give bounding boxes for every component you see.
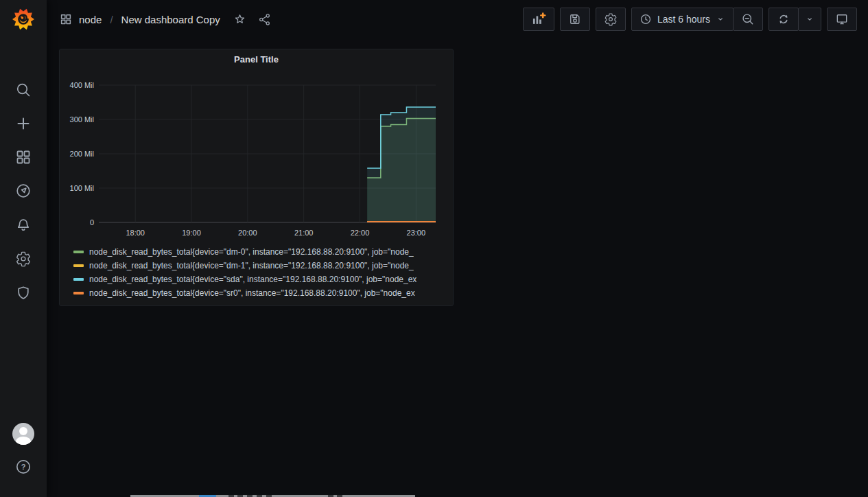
refresh-button[interactable] [769, 8, 799, 31]
timeseries-plot[interactable]: 0100 Mil200 Mil300 Mil400 Mil18:0019:002… [60, 69, 453, 240]
star-icon [233, 13, 246, 26]
configuration-gear-icon [15, 251, 32, 267]
help-question-icon: ? [15, 459, 32, 475]
main-content: node / New dashboard Copy [47, 0, 868, 497]
dashboard-settings-button[interactable] [596, 8, 626, 31]
x-tick-label: 20:00 [238, 229, 257, 237]
save-dashboard-button[interactable] [560, 8, 590, 31]
cycle-view-icon [835, 12, 849, 26]
panel-title: Panel Title [234, 54, 279, 65]
zoom-out-icon [741, 12, 755, 26]
dashboards-grid-icon [15, 149, 32, 165]
sidebar-item-profile[interactable] [0, 419, 47, 449]
sidebar-item-create[interactable] [0, 108, 47, 139]
legend-label[interactable]: node_disk_read_bytes_total{device="dm-1"… [89, 261, 414, 270]
series-color-swatch [73, 292, 84, 294]
add-panel-button[interactable] [523, 8, 554, 31]
legend-item[interactable]: node_disk_read_bytes_total{device="sr0",… [73, 286, 447, 300]
grafana-app: ? node / New dashboard Copy [0, 0, 868, 497]
y-tick-label: 200 Mil [70, 150, 94, 158]
plus-icon [15, 115, 32, 132]
refresh-icon [777, 12, 790, 26]
user-avatar [12, 423, 34, 445]
save-dashboard-icon [568, 12, 582, 26]
dashboard-settings-icon [604, 12, 618, 26]
series-color-swatch [73, 264, 84, 267]
cycle-view-mode-button[interactable] [827, 8, 857, 31]
time-controls: Last 6 hours [631, 8, 763, 31]
refresh-interval-dropdown[interactable] [798, 8, 821, 31]
series-color-swatch [73, 278, 84, 281]
legend-item[interactable]: node_disk_read_bytes_total{device="dm-0"… [73, 245, 447, 259]
chevron-down-icon [805, 14, 814, 24]
grafana-logo-icon [12, 8, 35, 31]
svg-text:?: ? [21, 463, 26, 471]
zoom-out-time-button[interactable] [733, 8, 763, 31]
graph-panel: Panel Title 0100 Mil200 Mil300 Mil400 Mi… [59, 49, 454, 306]
x-tick-label: 19:00 [182, 229, 201, 237]
y-tick-label: 100 Mil [70, 184, 94, 192]
sidebar-item-dashboards[interactable] [0, 142, 47, 172]
legend: node_disk_read_bytes_total{device="dm-0"… [60, 240, 453, 300]
x-tick-label: 18:00 [126, 229, 145, 237]
x-tick-label: 23:00 [407, 229, 426, 237]
share-dashboard-button[interactable] [255, 9, 275, 30]
time-range-label: Last 6 hours [657, 14, 710, 25]
legend-label[interactable]: node_disk_read_bytes_total{device="sda",… [89, 275, 417, 284]
clock-icon [640, 13, 652, 25]
y-tick-label: 0 [90, 218, 94, 227]
dashboard-navbar: node / New dashboard Copy [47, 0, 868, 38]
share-alt-icon [258, 13, 271, 26]
alerting-bell-icon [15, 217, 32, 233]
sidebar-item-alerting[interactable] [0, 210, 47, 240]
sidebar-item-configuration[interactable] [0, 244, 47, 274]
sidebar-item-explore[interactable] [0, 176, 47, 206]
time-range-picker[interactable]: Last 6 hours [631, 8, 734, 31]
apps-grid-icon [60, 13, 72, 25]
refresh-controls [769, 8, 821, 31]
server-admin-shield-icon [15, 285, 32, 301]
sidebar-item-help[interactable]: ? [0, 452, 47, 482]
x-tick-label: 21:00 [294, 229, 314, 237]
legend-item[interactable]: node_disk_read_bytes_total{device="dm-1"… [73, 259, 447, 273]
series-fill [367, 107, 436, 222]
panel-header[interactable]: Panel Title [60, 49, 453, 69]
breadcrumb-separator: / [108, 14, 114, 25]
grafana-logo-button[interactable] [0, 5, 47, 33]
legend-item[interactable]: node_disk_read_bytes_total{device="sda",… [73, 273, 447, 286]
navbar-toolbar: Last 6 hours [523, 8, 857, 31]
explore-compass-icon [15, 183, 32, 199]
y-tick-label: 400 Mil [70, 81, 94, 89]
chevron-down-icon [716, 14, 725, 24]
search-icon [15, 82, 32, 98]
series-color-swatch [73, 251, 84, 253]
sidebar-item-search[interactable] [0, 75, 47, 105]
x-tick-label: 22:00 [351, 229, 370, 237]
side-menu: ? [0, 0, 47, 497]
sidebar-item-server-admin[interactable] [0, 278, 47, 308]
add-panel-icon [531, 12, 546, 27]
breadcrumb-dashboard-title[interactable]: New dashboard Copy [121, 14, 220, 25]
y-tick-label: 300 Mil [70, 115, 94, 124]
legend-label[interactable]: node_disk_read_bytes_total{device="dm-0"… [89, 247, 414, 257]
timeseries-chart[interactable]: 0100 Mil200 Mil300 Mil400 Mil18:0019:002… [60, 69, 453, 240]
breadcrumb: node / New dashboard Copy [60, 13, 220, 25]
star-dashboard-button[interactable] [230, 9, 250, 30]
breadcrumb-folder[interactable]: node [79, 14, 102, 25]
legend-label[interactable]: node_disk_read_bytes_total{device="sr0",… [89, 288, 415, 298]
